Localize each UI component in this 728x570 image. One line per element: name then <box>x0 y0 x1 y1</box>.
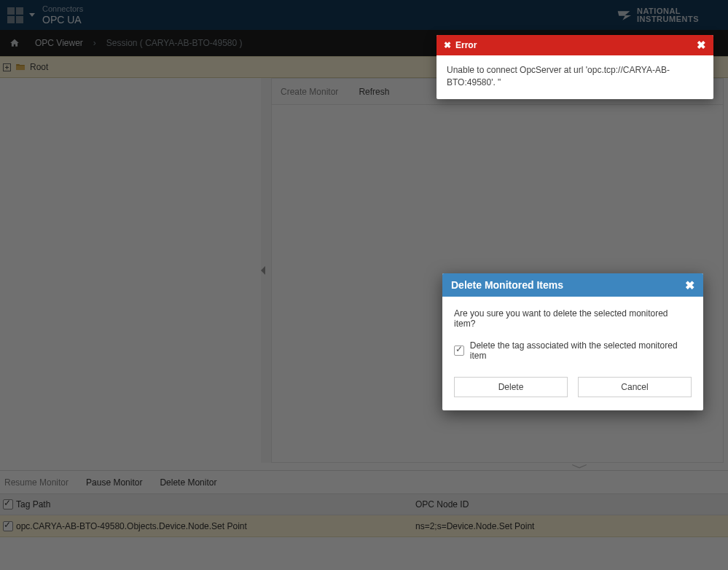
delete-tag-checkbox[interactable]: Delete the tag associated with the selec… <box>454 340 692 361</box>
toast-title: Error <box>455 40 477 50</box>
checkbox-label: Delete the tag associated with the selec… <box>470 340 692 361</box>
delete-dialog: Delete Monitored Items ✖ Are you sure yo… <box>442 273 703 410</box>
dialog-prompt: Are you sure you want to delete the sele… <box>454 308 692 329</box>
cancel-button[interactable]: Cancel <box>578 377 692 397</box>
close-icon[interactable]: ✖ <box>685 278 694 292</box>
delete-button[interactable]: Delete <box>454 377 568 397</box>
error-toast: ✖ Error ✖ Unable to connect OpcServer at… <box>437 35 713 99</box>
dialog-title: Delete Monitored Items <box>451 279 563 291</box>
checkbox-icon[interactable] <box>454 345 464 356</box>
close-icon[interactable]: ✖ <box>697 39 706 52</box>
error-icon: ✖ <box>444 40 451 50</box>
toast-message: Unable to connect OpcServer at url 'opc.… <box>437 55 713 99</box>
